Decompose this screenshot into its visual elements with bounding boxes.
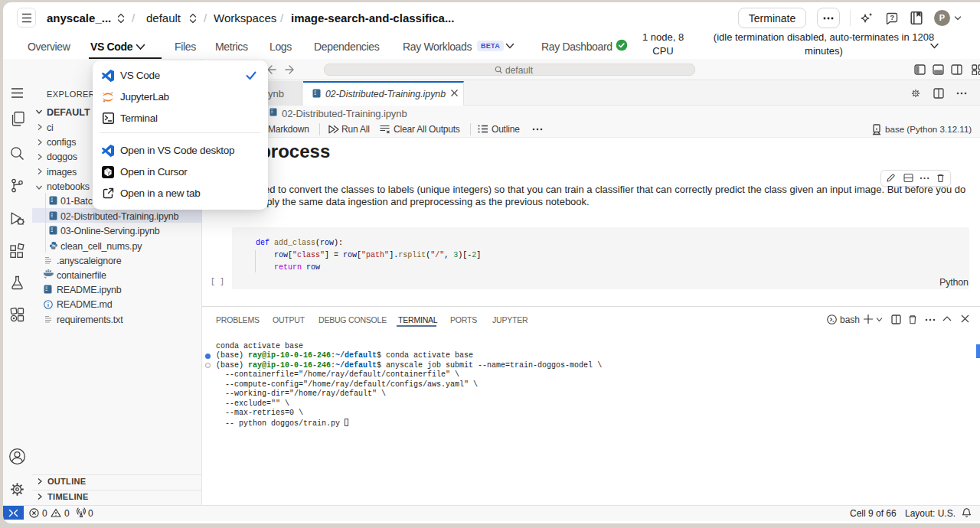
svg-text:?: ? [890, 14, 895, 21]
